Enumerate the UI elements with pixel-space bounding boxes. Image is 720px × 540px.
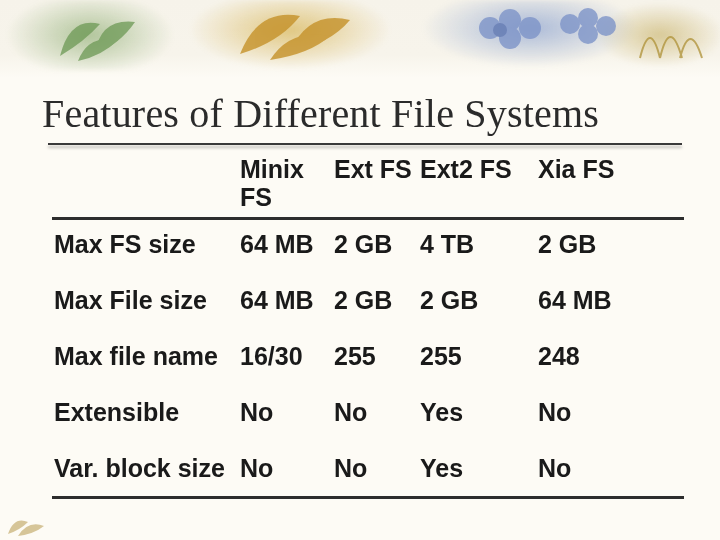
cell: 2 GB bbox=[332, 276, 418, 332]
row-label: Max File size bbox=[52, 276, 238, 332]
column-header bbox=[52, 151, 238, 219]
cell: No bbox=[238, 444, 332, 498]
svg-point-5 bbox=[560, 14, 580, 34]
cell: 248 bbox=[536, 332, 684, 388]
row-label: Extensible bbox=[52, 388, 238, 444]
cell: No bbox=[536, 444, 684, 498]
table-row: Max file name 16/30 255 255 248 bbox=[52, 332, 684, 388]
cell: 64 MB bbox=[238, 219, 332, 277]
cell: No bbox=[238, 388, 332, 444]
page-title: Features of Different File Systems bbox=[0, 78, 720, 143]
row-label: Var. block size bbox=[52, 444, 238, 498]
cell: Yes bbox=[418, 388, 536, 444]
leaf-icon bbox=[40, 6, 160, 70]
table-header-row: Minix FS Ext FS Ext2 FS Xia FS bbox=[52, 151, 684, 219]
column-header: Ext2 FS bbox=[418, 151, 536, 219]
cell: Yes bbox=[418, 444, 536, 498]
row-label: Max file name bbox=[52, 332, 238, 388]
flower-icon bbox=[460, 0, 630, 62]
table-row: Max File size 64 MB 2 GB 2 GB 64 MB bbox=[52, 276, 684, 332]
column-header: Ext FS bbox=[332, 151, 418, 219]
cell: No bbox=[536, 388, 684, 444]
cell: 255 bbox=[418, 332, 536, 388]
comparison-table: Minix FS Ext FS Ext2 FS Xia FS Max FS si… bbox=[0, 145, 720, 499]
row-label: Max FS size bbox=[52, 219, 238, 277]
cell: No bbox=[332, 444, 418, 498]
column-header: Minix FS bbox=[238, 151, 332, 219]
cell: 2 GB bbox=[536, 219, 684, 277]
cell: 2 GB bbox=[418, 276, 536, 332]
svg-point-7 bbox=[596, 16, 616, 36]
svg-point-8 bbox=[578, 24, 598, 44]
table-row: Var. block size No No Yes No bbox=[52, 444, 684, 498]
corner-ornament-icon bbox=[4, 496, 56, 538]
cell: No bbox=[332, 388, 418, 444]
cell: 2 GB bbox=[332, 219, 418, 277]
cell: 64 MB bbox=[536, 276, 684, 332]
column-header: Xia FS bbox=[536, 151, 684, 219]
svg-point-2 bbox=[519, 17, 541, 39]
table-row: Max FS size 64 MB 2 GB 4 TB 2 GB bbox=[52, 219, 684, 277]
leaf-icon bbox=[230, 2, 380, 68]
wheat-icon bbox=[630, 8, 710, 66]
decorative-banner bbox=[0, 0, 720, 78]
cell: 16/30 bbox=[238, 332, 332, 388]
cell: 255 bbox=[332, 332, 418, 388]
cell: 64 MB bbox=[238, 276, 332, 332]
cell: 4 TB bbox=[418, 219, 536, 277]
svg-point-4 bbox=[493, 23, 507, 37]
table-row: Extensible No No Yes No bbox=[52, 388, 684, 444]
